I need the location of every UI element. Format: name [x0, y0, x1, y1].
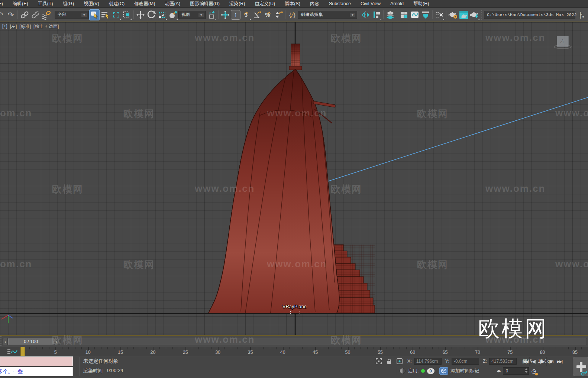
play-button[interactable]: ▶ — [538, 357, 547, 366]
frame-spinner[interactable] — [525, 368, 528, 373]
menu-item[interactable]: Civil View — [356, 0, 385, 8]
selection-filter-dropdown[interactable]: 全部 ▼ — [55, 11, 89, 19]
dope-sheet-button[interactable] — [420, 9, 431, 20]
viewport-menu-pov[interactable]: [左] — [10, 23, 17, 30]
menu-item[interactable]: 脚本(S) — [280, 0, 305, 8]
menu-item[interactable]: 组(G) — [58, 0, 79, 8]
project-folder-dropdown[interactable]: C:\Users\Han\Documents\3ds Max 2022 ▼ — [484, 11, 575, 19]
mini-curve-editor-button[interactable] — [6, 348, 19, 355]
y-coord-field[interactable]: -0.0cm — [452, 358, 479, 365]
viewport-left-view[interactable]: [+] [左] [标准] [粘土 + 边面] — [0, 22, 588, 335]
absolute-offset-mode-toggle[interactable] — [395, 357, 404, 365]
render-production-button[interactable] — [469, 9, 480, 20]
snaps-toggle-3d[interactable]: 3 — [241, 9, 251, 20]
menu-item[interactable]: 工具(T) — [33, 0, 58, 8]
menu-item[interactable]: Substance — [324, 0, 356, 8]
named-selection-set-dropdown[interactable]: 创建选择集 ▼ — [298, 11, 357, 19]
time-slider-row: ‹ 0 / 100 › — [0, 336, 588, 347]
bind-to-space-warp-icon[interactable] — [41, 9, 51, 20]
go-to-start-button[interactable]: |◀◀ — [521, 357, 530, 366]
time-configuration-button[interactable]: ◷ — [531, 368, 536, 375]
viewcube-face-left[interactable]: 左 — [557, 36, 569, 47]
toggle-ribbon-button[interactable] — [399, 9, 409, 20]
ruler-tick — [393, 347, 394, 349]
current-frame-field[interactable]: 0 — [503, 367, 529, 375]
macro-recorder-field[interactable] — [0, 356, 73, 366]
time-slider-frame-marker[interactable] — [20, 347, 25, 356]
key-mode-toggle[interactable]: ◀▶ — [497, 369, 501, 373]
time-slider-grip[interactable] — [0, 336, 2, 347]
viewport-menu-standard[interactable]: [标准] — [19, 23, 31, 30]
menu-item[interactable]: Arnold — [385, 0, 408, 8]
listener-script-field[interactable]: 多个。一些 — [0, 367, 73, 376]
select-and-move-button[interactable] — [135, 9, 146, 20]
menu-item[interactable]: 创建(C) — [104, 0, 129, 8]
menu-item[interactable]: 图形编辑器(D) — [185, 0, 224, 8]
scene-canvas[interactable] — [0, 22, 588, 335]
select-and-place-button[interactable] — [168, 9, 178, 20]
unlink-selection-icon[interactable] — [30, 9, 41, 20]
selection-lock-toggle[interactable] — [385, 357, 393, 365]
keyboard-shortcut-override-toggle[interactable]: ↑ — [231, 10, 240, 20]
curve-editor-button[interactable] — [410, 9, 420, 20]
rendered-frame-window-button[interactable] — [459, 9, 469, 20]
track-bar[interactable]: 0510152025303540455055606570758085 — [0, 347, 588, 356]
menu-item[interactable]: 文件(F) — [0, 0, 8, 8]
select-object-button[interactable] — [89, 9, 100, 20]
mirror-button[interactable] — [361, 9, 371, 20]
menu-item[interactable]: 动画(A) — [160, 0, 185, 8]
viewcube[interactable]: 左 — [555, 36, 570, 49]
time-slider-track[interactable] — [61, 338, 587, 345]
redo-icon[interactable]: ↷ — [6, 9, 16, 20]
menu-item[interactable]: 自定义(U) — [250, 0, 280, 8]
viewport-menu-shading[interactable]: [粘土 + 边面] — [33, 23, 59, 30]
menu-item[interactable]: 视图(V) — [79, 0, 104, 8]
next-frame-arrow[interactable]: › — [54, 338, 59, 345]
rectangular-selection-region-button[interactable] — [111, 9, 121, 20]
x-coord-field[interactable]: 114.796cm — [414, 358, 442, 365]
go-to-end-button[interactable]: ▶▶| — [555, 357, 564, 366]
ruler-tick — [445, 347, 446, 350]
layer-manager-button[interactable] — [385, 9, 395, 20]
pole-object[interactable] — [289, 44, 302, 70]
ruler-tick — [283, 347, 284, 350]
select-and-manipulate-button[interactable] — [220, 9, 230, 20]
notification-count-badge[interactable]: 0 — [427, 368, 434, 374]
use-pivot-point-center-button[interactable] — [206, 9, 217, 20]
scene-explorer-toggle[interactable] — [434, 9, 445, 20]
isolate-selection-toggle[interactable] — [375, 357, 383, 365]
reference-coordinate-dropdown[interactable]: 视图 ▼ — [178, 11, 206, 19]
spline-object[interactable] — [323, 97, 588, 183]
window-crossing-toggle[interactable] — [122, 9, 132, 20]
toolbar-drag-handle[interactable] — [481, 10, 483, 20]
edit-named-selection-sets-button[interactable]: {╱} — [287, 9, 297, 20]
previous-frame-button[interactable]: ◀|| — [530, 357, 538, 366]
align-button[interactable] — [371, 9, 382, 20]
spinner-snap-toggle[interactable] — [273, 9, 284, 20]
select-and-link-icon[interactable] — [19, 9, 30, 20]
next-frame-button[interactable]: ||▶ — [547, 357, 555, 366]
viewport-menu-general[interactable]: [+] — [2, 23, 7, 30]
add-time-tag-label[interactable]: 添加时间标记 — [450, 368, 479, 374]
undo-icon[interactable]: ↶ — [0, 9, 5, 20]
menu-item[interactable]: 修改器(M) — [129, 0, 160, 8]
z-coord-field[interactable]: 417.583cm — [489, 358, 517, 365]
time-tag-cube-button[interactable] — [439, 367, 448, 375]
brace-pencil-icon: {╱} — [290, 12, 295, 18]
cloth-object[interactable] — [208, 69, 339, 314]
menu-item[interactable]: 帮助(H) — [408, 0, 434, 8]
time-slider-handle[interactable]: 0 / 100 — [8, 338, 54, 345]
render-setup-button[interactable] — [448, 9, 458, 20]
percent-snap-toggle[interactable]: % — [262, 9, 273, 20]
select-and-rotate-button[interactable] — [146, 9, 156, 20]
menu-item[interactable]: 编辑(E) — [8, 0, 33, 8]
select-and-scale-button[interactable] — [157, 9, 167, 20]
angle-snap-toggle[interactable] — [252, 9, 262, 20]
menu-item[interactable]: 渲染(R) — [224, 0, 250, 8]
previous-frame-arrow[interactable]: ‹ — [3, 338, 8, 345]
notification-icon[interactable]: ❘● — [576, 9, 586, 20]
select-by-name-button[interactable] — [100, 9, 110, 20]
adaptive-degradation-icon[interactable] — [400, 368, 406, 374]
menu-item[interactable]: 内容 — [305, 0, 324, 8]
set-key-button[interactable] — [573, 357, 588, 376]
